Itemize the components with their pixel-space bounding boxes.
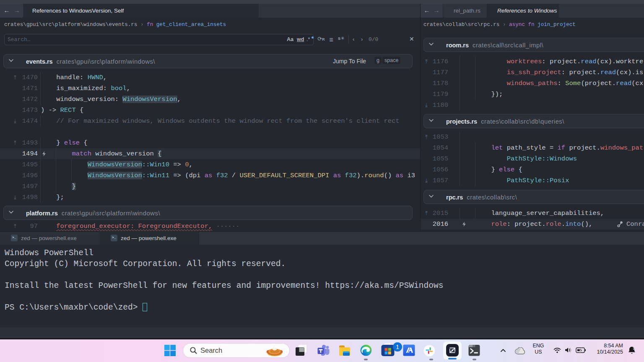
svg-text:1: 1 [396,344,399,350]
